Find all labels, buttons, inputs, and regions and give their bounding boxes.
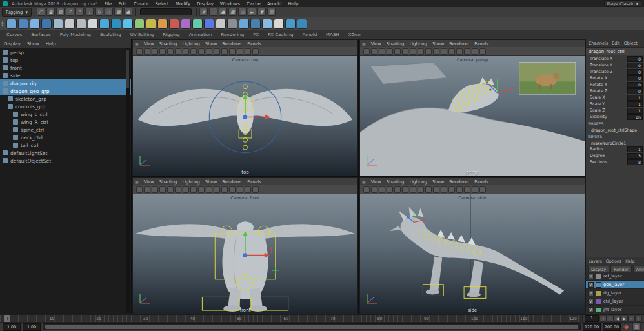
outliner-item[interactable]: tail_ctrl <box>0 141 131 149</box>
shelf-icon[interactable] <box>6 19 17 29</box>
shelf-tab[interactable]: Rendering <box>221 32 245 37</box>
status-icon[interactable]: ▤ <box>56 8 65 16</box>
status-icon[interactable]: ● <box>219 8 227 16</box>
viewport-tool-icon[interactable] <box>387 186 393 193</box>
viewport-tool-icon[interactable] <box>229 186 236 193</box>
status-icon[interactable]: ► <box>248 8 256 16</box>
shelf-tab[interactable]: Arnold <box>302 32 317 37</box>
viewport-tool-icon[interactable] <box>183 48 189 55</box>
viewport-tool-icon[interactable] <box>206 186 212 193</box>
status-icon[interactable]: ▦ <box>114 8 123 16</box>
viewport-tool-icon[interactable] <box>441 48 447 55</box>
channel-value[interactable]: on <box>627 114 643 120</box>
layer-row[interactable]: V rig_layer <box>586 289 644 297</box>
channel-box-menu-item[interactable]: Edit <box>612 41 620 46</box>
menu-item[interactable]: Arnold <box>264 1 285 6</box>
menu-item[interactable]: Cache <box>243 1 264 6</box>
status-icon[interactable]: ↻ <box>95 8 103 16</box>
shelf-icon[interactable] <box>65 19 75 29</box>
shelf-icon[interactable] <box>123 19 133 29</box>
viewport-tool-icon[interactable] <box>379 186 385 193</box>
channel-name[interactable]: Degree <box>590 153 626 158</box>
viewport-tool-icon[interactable] <box>221 186 228 193</box>
outliner-item[interactable]: defaultObjectSet <box>0 157 131 165</box>
layer-visibility-toggle[interactable]: V <box>588 307 594 313</box>
shelf-tab[interactable]: FX <box>253 32 259 37</box>
shelf-icon[interactable] <box>88 19 98 29</box>
channel-name[interactable]: Translate X <box>590 56 626 61</box>
shelf-icon[interactable] <box>192 19 203 29</box>
shelf-tab[interactable]: Surfaces <box>31 32 50 37</box>
viewport-tool-icon[interactable] <box>425 186 432 193</box>
viewport-tool-icon[interactable] <box>206 48 212 55</box>
viewport-menu-item[interactable]: Renderer <box>447 41 472 46</box>
panel-grip-icon[interactable]: ▦ <box>362 41 366 46</box>
shelf-icon[interactable] <box>53 19 63 29</box>
layer-row[interactable]: V jnt_layer <box>586 306 644 314</box>
channel-name[interactable]: Rotate Y <box>590 82 626 87</box>
shelf-icon[interactable] <box>181 19 191 29</box>
status-icon[interactable]: ◎ <box>238 8 247 16</box>
viewport-menu-item[interactable]: Lighting <box>179 179 202 185</box>
menu-set-selector[interactable]: Rigging ▾ <box>2 8 32 17</box>
layer-menu-item[interactable]: Options <box>606 259 621 263</box>
shelf-icon[interactable] <box>250 19 261 29</box>
channel-name[interactable]: Translate Y <box>590 63 626 68</box>
viewport-tool-icon[interactable] <box>214 186 220 193</box>
playback-button[interactable]: ◀ <box>614 316 621 322</box>
viewport-tool-icon[interactable] <box>167 48 174 55</box>
channel-value[interactable]: 0 <box>627 88 643 94</box>
viewport-tool-icon[interactable] <box>214 48 220 55</box>
channel-name[interactable]: Translate Z <box>590 69 626 74</box>
channel-value[interactable]: 8 <box>627 159 643 165</box>
viewport-tool-icon[interactable] <box>175 48 181 55</box>
shelf-tab[interactable]: Rigging <box>163 32 180 37</box>
viewport-tool-icon[interactable] <box>472 186 478 193</box>
viewport-menu-item[interactable]: Shading <box>384 41 407 46</box>
auto-keyframe-toggle[interactable]: ● <box>623 323 630 330</box>
viewport-tool-icon[interactable] <box>464 186 470 193</box>
outliner-menu-item[interactable]: Display <box>4 41 21 46</box>
outliner-menu-item[interactable]: Help <box>46 41 56 46</box>
viewport-menu-item[interactable]: Shading <box>384 179 407 185</box>
outliner-item[interactable]: top <box>0 56 131 64</box>
viewport-tool-icon[interactable] <box>410 186 416 193</box>
viewport-menu-item[interactable]: Lighting <box>407 179 429 185</box>
channel-value[interactable]: 0 <box>627 75 643 81</box>
viewport-tool-icon[interactable] <box>159 186 166 193</box>
menu-item[interactable]: File <box>101 1 116 6</box>
layer-color-swatch[interactable] <box>596 290 601 296</box>
shelf-tab[interactable]: UV Editing <box>130 32 154 37</box>
channel-value[interactable]: 1 <box>627 146 643 152</box>
viewport-tool-icon[interactable] <box>402 186 408 193</box>
shelf-icon[interactable] <box>157 19 168 29</box>
layer-color-swatch[interactable] <box>596 299 601 305</box>
viewport-tool-icon[interactable] <box>371 48 377 55</box>
shelf-icon[interactable] <box>18 19 28 29</box>
channel-object-name[interactable]: dragon_root_ctrl <box>586 48 644 55</box>
layer-visibility-toggle[interactable]: V <box>588 299 594 305</box>
shelf-icon[interactable] <box>239 19 249 29</box>
viewport-tool-icon[interactable] <box>448 48 455 55</box>
status-icon[interactable]: ↶ <box>66 8 74 16</box>
status-icon[interactable]: ▢ <box>37 8 45 16</box>
workspace-selector[interactable]: Maya Classic ▾ <box>604 0 641 7</box>
outliner-item[interactable]: persp <box>0 48 131 56</box>
status-icon[interactable]: ▣ <box>46 8 55 16</box>
viewport-tool-icon[interactable] <box>237 186 243 193</box>
viewport-tool-icon[interactable] <box>394 186 401 193</box>
layer-visibility-toggle[interactable]: V <box>588 274 594 279</box>
viewport-tool-icon[interactable] <box>418 186 424 193</box>
viewport-tool-icon[interactable] <box>167 186 174 193</box>
viewport-tool-icon[interactable] <box>464 48 470 55</box>
current-frame-field[interactable]: 1 <box>585 315 599 322</box>
viewport-tool-icon[interactable] <box>456 48 463 55</box>
outliner-item[interactable]: dragon_rig <box>0 79 131 87</box>
shelf-icon[interactable] <box>285 19 296 29</box>
channel-name[interactable]: Rotate Z <box>590 88 626 94</box>
shape-node-name[interactable]: dragon_root_ctrlShape <box>586 126 644 133</box>
shelf-icon[interactable] <box>204 19 214 29</box>
viewport-menu-item[interactable]: Panels <box>245 179 264 185</box>
viewport-tool-icon[interactable] <box>441 186 447 193</box>
outliner-item[interactable]: controls_grp <box>0 103 131 110</box>
